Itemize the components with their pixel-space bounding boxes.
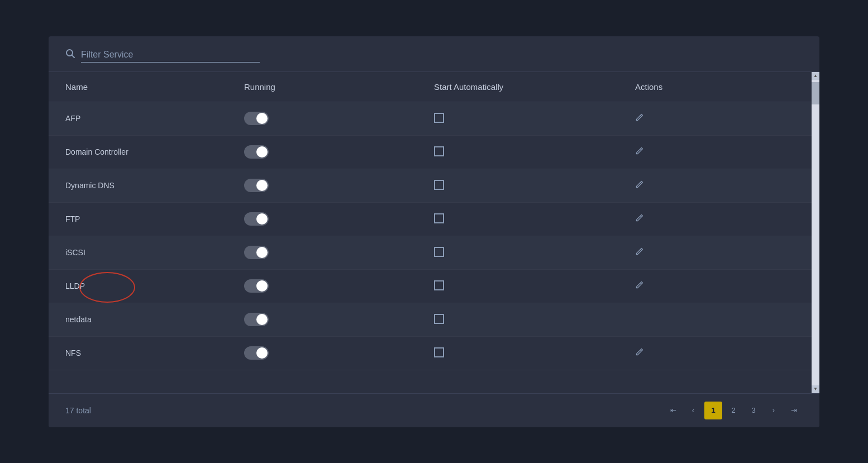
edit-icon[interactable]: [635, 248, 644, 257]
start-auto-cell: [417, 306, 618, 333]
running-cell: [227, 238, 417, 267]
running-toggle[interactable]: [244, 179, 269, 192]
table-row: NFS: [49, 337, 812, 370]
running-toggle[interactable]: [244, 212, 269, 226]
total-count: 17 total: [65, 406, 91, 415]
actions-cell: [618, 312, 812, 327]
service-name: iSCSI: [49, 240, 227, 265]
running-toggle[interactable]: [244, 279, 269, 293]
running-cell: [227, 137, 417, 166]
table-row: iSCSI: [49, 236, 812, 270]
edit-icon[interactable]: [635, 147, 644, 157]
edit-icon[interactable]: [635, 214, 644, 224]
scroll-up-arrow[interactable]: ▲: [812, 72, 819, 80]
page-prev-button[interactable]: ‹: [684, 402, 702, 419]
actions-cell: [618, 273, 812, 299]
edit-icon[interactable]: [635, 281, 644, 291]
svg-line-1: [72, 55, 74, 57]
edit-icon[interactable]: [635, 181, 644, 190]
search-input[interactable]: [81, 47, 260, 63]
running-cell: [227, 305, 417, 334]
start-auto-checkbox[interactable]: [434, 146, 444, 156]
scroll-thumb[interactable]: [812, 82, 819, 104]
start-auto-checkbox[interactable]: [434, 213, 444, 223]
col-header-start-auto: Start Automatically: [417, 72, 618, 102]
start-auto-cell: [417, 273, 618, 300]
col-header-running: Running: [227, 72, 417, 102]
running-toggle[interactable]: [244, 313, 269, 326]
service-name: Dynamic DNS: [49, 173, 227, 198]
running-toggle[interactable]: [244, 346, 269, 360]
start-auto-cell: [417, 172, 618, 199]
search-bar: [49, 36, 819, 72]
page-1-button[interactable]: 1: [704, 402, 722, 419]
main-panel: Name Running Start Automatically Actions…: [49, 36, 819, 427]
actions-cell: [618, 172, 812, 199]
table-row: FTP: [49, 203, 812, 236]
page-last-button[interactable]: ⇥: [785, 402, 803, 419]
scroll-track[interactable]: [812, 80, 819, 385]
table-row: netdata: [49, 303, 812, 337]
table-row: Domain Controller: [49, 136, 812, 169]
page-next-button[interactable]: ›: [765, 402, 783, 419]
service-name: AFP: [49, 106, 227, 131]
edit-icon[interactable]: [635, 349, 644, 358]
start-auto-cell: [417, 340, 618, 367]
running-toggle[interactable]: [244, 145, 269, 159]
start-auto-checkbox[interactable]: [434, 113, 444, 123]
running-cell: [227, 271, 417, 300]
pagination-controls: ⇤ ‹ 1 2 3 › ⇥: [664, 402, 803, 419]
actions-cell: [618, 239, 812, 266]
start-auto-checkbox[interactable]: [434, 247, 444, 257]
running-toggle[interactable]: [244, 246, 269, 259]
pagination-bar: 17 total ⇤ ‹ 1 2 3 › ⇥: [49, 393, 819, 427]
actions-cell: [618, 340, 812, 366]
table-row: Dynamic DNS: [49, 169, 812, 203]
service-name: LLDP: [49, 274, 227, 298]
page-2-button[interactable]: 2: [724, 402, 742, 419]
actions-cell: [618, 139, 812, 165]
service-name: netdata: [49, 307, 227, 332]
start-auto-checkbox[interactable]: [434, 180, 444, 190]
service-name: FTP: [49, 207, 227, 231]
col-header-name: Name: [49, 72, 227, 102]
start-auto-cell: [417, 206, 618, 233]
scrollbar[interactable]: ▲ ▼: [812, 72, 819, 393]
table-row: AFP: [49, 102, 812, 136]
start-auto-cell: [417, 239, 618, 266]
actions-cell: [618, 105, 812, 132]
running-cell: [227, 104, 417, 133]
running-cell: [227, 338, 417, 367]
start-auto-checkbox[interactable]: [434, 280, 444, 290]
scroll-down-arrow[interactable]: ▼: [812, 385, 819, 393]
page-first-button[interactable]: ⇤: [664, 402, 682, 419]
table-header: Name Running Start Automatically Actions: [49, 72, 812, 102]
page-3-button[interactable]: 3: [745, 402, 762, 419]
actions-cell: [618, 206, 812, 232]
start-auto-cell: [417, 105, 618, 132]
service-name: Domain Controller: [49, 140, 227, 164]
start-auto-cell: [417, 139, 618, 166]
table-body: AFP Domain Controller Dynamic DNS FTP iS…: [49, 102, 812, 393]
running-cell: [227, 204, 417, 233]
edit-icon[interactable]: [635, 114, 644, 123]
running-cell: [227, 171, 417, 200]
col-header-actions: Actions: [618, 72, 812, 102]
service-name: NFS: [49, 341, 227, 365]
table-row: LLDP: [49, 270, 812, 303]
search-icon: [65, 49, 75, 61]
start-auto-checkbox[interactable]: [434, 347, 444, 357]
start-auto-checkbox[interactable]: [434, 314, 444, 324]
running-toggle[interactable]: [244, 112, 269, 125]
